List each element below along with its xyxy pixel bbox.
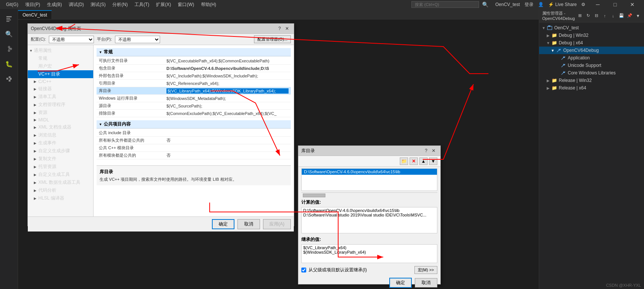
library-cancel-button[interactable]: 取消: [415, 278, 437, 287]
tree-debug-win32[interactable]: ▶ 📁 Debug | Win32: [539, 32, 644, 39]
tree-item-normal[interactable]: 常规: [28, 54, 93, 62]
prop-ref-name: 引用目录: [99, 80, 166, 86]
lib-folder-btn[interactable]: 📁: [400, 157, 408, 165]
account-icon[interactable]: 👤: [538, 2, 544, 7]
property-dialog-close[interactable]: ✕: [283, 25, 291, 32]
macro-button[interactable]: 宏(M) >>: [414, 266, 437, 274]
config-manager-button[interactable]: 配置管理器(O)...: [254, 35, 291, 43]
live-share-button[interactable]: ⚡ Live Share: [548, 2, 577, 7]
lib-help-icon[interactable]: ?: [422, 147, 430, 154]
prop-winrt-name: Windows 运行库目录: [99, 95, 166, 101]
property-apply-button[interactable]: 应用(A): [263, 219, 291, 229]
search-icon[interactable]: 🔍: [482, 2, 488, 8]
tree-item-hlsl[interactable]: ▶ HLSL 编译器: [28, 194, 93, 202]
section-public: ▼ 公共项目内容: [97, 120, 291, 129]
property-ok-button[interactable]: 确定: [212, 219, 234, 229]
panel-close-btn[interactable]: ✕: [642, 12, 644, 20]
library-scroll-x[interactable]: [301, 192, 437, 198]
toolbar-btn-1[interactable]: ⊞: [576, 12, 584, 20]
config-select[interactable]: 不适用: [49, 36, 94, 43]
tree-item-managed-res[interactable]: ▶ 托管资源: [28, 163, 93, 171]
library-dialog-buttons: 确定 取消: [298, 275, 440, 289]
menu-project[interactable]: 项目(P): [22, 1, 43, 9]
tree-debug-x64[interactable]: ▼ 📁 Debug | x64: [539, 39, 644, 47]
help-icon[interactable]: ?: [276, 25, 283, 32]
platform-select[interactable]: 不适用: [115, 36, 160, 43]
tree-item-general-group[interactable]: ▼ 通用属性: [28, 47, 93, 54]
top-right-area: OenCV_test 登录 👤 ⚡ Live Share ⚙: [495, 2, 585, 8]
toolbar-btn-2[interactable]: ↻: [585, 12, 592, 20]
menu-test[interactable]: 测试(S): [88, 1, 109, 9]
section-general: ▼ 常规: [97, 48, 291, 56]
tree-item-custom-tool[interactable]: ▶ 自定义生成工具: [28, 171, 93, 179]
folder-icon-release-win32: 📁: [551, 77, 557, 83]
menu-help[interactable]: 帮助(H): [198, 1, 219, 9]
sidebar-solution-explorer[interactable]: [2, 12, 16, 26]
tree-root[interactable]: ▼ OenCV_test: [539, 24, 644, 32]
tab-ocencv[interactable]: OenCV_test: [18, 10, 52, 19]
tree-label-copy-files: 复制文件: [38, 156, 56, 162]
sidebar-debug[interactable]: 🐛: [2, 57, 16, 71]
menu-git[interactable]: Git(G): [3, 1, 21, 8]
panel-dropdown-btn[interactable]: ▼: [634, 12, 642, 20]
prop-winrt-value: $(WindowsSDK_MetadataPath);: [166, 96, 289, 101]
menu-debug[interactable]: 调试(D): [66, 1, 87, 9]
library-ok-button[interactable]: 确定: [389, 278, 412, 288]
tree-release-x64[interactable]: ▶ 📁 Release | x64: [539, 84, 644, 92]
tree-item-xml-data[interactable]: ▶ XML 数据生成器工具: [28, 179, 93, 186]
prop-exclude-name: 排除目录: [99, 110, 166, 116]
close-button[interactable]: ✕: [624, 0, 641, 9]
lib-close-icon[interactable]: ✕: [430, 147, 437, 154]
tree-item-resource[interactable]: ▶ 资源: [28, 109, 93, 117]
minimize-button[interactable]: ─: [589, 0, 606, 9]
prop-lib-dir[interactable]: 库目录 $(VC_LibraryPath_x64);$(WindowsSDK_L…: [97, 87, 291, 95]
tree-item-browse[interactable]: ▶ 浏览信息: [28, 131, 93, 139]
settings-icon[interactable]: ⚙: [581, 2, 585, 7]
lib-list-item-1[interactable]: D:\Software\OpenCV-4.6.0\opencv\build\x6…: [302, 169, 437, 175]
tree-item-copy-files[interactable]: ▶ 复制文件: [28, 155, 93, 163]
tree-item-custom-build[interactable]: ▶ 自定义生成步骤: [28, 147, 93, 155]
tree-release-win32[interactable]: ▶ 📁 Release | Win32: [539, 77, 644, 84]
tree-item-build-events[interactable]: ▶ 生成事件: [28, 139, 93, 147]
menu-build[interactable]: 生成(B): [44, 1, 65, 9]
section-general-arrow[interactable]: ▼: [99, 50, 102, 54]
tree-application[interactable]: Application: [539, 54, 644, 62]
wrench-icon-unicode: [560, 62, 566, 68]
login-label[interactable]: 登录: [525, 2, 534, 8]
tree-core-windows[interactable]: Core Windows Libraries: [539, 69, 644, 77]
toolbar-btn-3[interactable]: ⊟: [593, 12, 600, 20]
lib-delete-btn[interactable]: ✕: [410, 157, 418, 165]
tree-item-midl[interactable]: ▶ MIDL: [28, 117, 93, 123]
menu-tools[interactable]: 工具(T): [132, 1, 152, 9]
menu-analyze[interactable]: 分析(N): [109, 1, 131, 9]
sidebar-git[interactable]: [2, 42, 16, 56]
maximize-button[interactable]: □: [606, 0, 624, 9]
menu-window[interactable]: 窗口(W): [175, 1, 197, 9]
tree-item-usermacro[interactable]: 用户宏: [28, 62, 93, 70]
lib-down-btn[interactable]: ▼: [429, 157, 437, 165]
tree-label-code-analysis: 代码分析: [38, 187, 56, 194]
lib-up-btn[interactable]: ▲: [419, 157, 428, 165]
sidebar-extensions[interactable]: [2, 72, 16, 86]
menu-extensions[interactable]: 扩展(X): [153, 1, 174, 9]
tree-item-docmgr[interactable]: ▶ 文档管理程序: [28, 101, 93, 109]
tree-unicode-support[interactable]: Unicode Support: [539, 62, 644, 69]
search-input[interactable]: [411, 1, 479, 8]
toolbar-btn-down[interactable]: ↓: [609, 12, 617, 20]
panel-pin-btn[interactable]: 📌: [626, 12, 633, 20]
sidebar-search[interactable]: 🔍: [2, 27, 16, 41]
tree-item-manifest[interactable]: ▶ 清单工具: [28, 93, 93, 101]
section-public-arrow[interactable]: ▼: [99, 123, 102, 126]
property-cancel-button[interactable]: 取消: [237, 219, 260, 229]
inherit-checkbox[interactable]: [301, 268, 306, 272]
resource-arrow: ▶: [34, 111, 38, 115]
tree-item-xml-doc[interactable]: ▶ XML 文档生成器: [28, 123, 93, 131]
property-dialog-title: OpenCV64Debug 属性页: [31, 26, 276, 32]
tree-item-linker[interactable]: ▶ 链接器: [28, 85, 93, 93]
tree-item-vcpp-dirs[interactable]: VC++ 目录: [28, 70, 93, 78]
toolbar-btn-save[interactable]: 💾: [618, 12, 625, 20]
tree-opencv64debug[interactable]: ▼ OpenCV64Debug: [539, 47, 644, 54]
tree-item-code-analysis[interactable]: ▶ 代码分析: [28, 186, 93, 194]
toolbar-btn-up[interactable]: ↑: [601, 12, 609, 20]
tree-item-cpp[interactable]: ▶ C/C++: [28, 78, 93, 85]
